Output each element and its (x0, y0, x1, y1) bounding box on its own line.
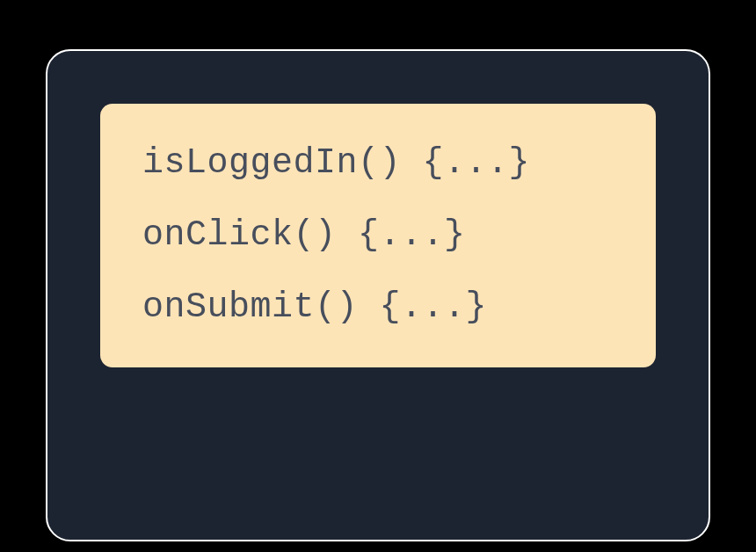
code-panel: isLoggedIn() {...} onClick() {...} onSub… (46, 49, 710, 541)
code-line: onSubmit() {...} (142, 287, 614, 329)
code-line: onClick() {...} (142, 214, 614, 257)
code-box: isLoggedIn() {...} onClick() {...} onSub… (100, 104, 656, 367)
code-line: isLoggedIn() {...} (142, 142, 614, 185)
